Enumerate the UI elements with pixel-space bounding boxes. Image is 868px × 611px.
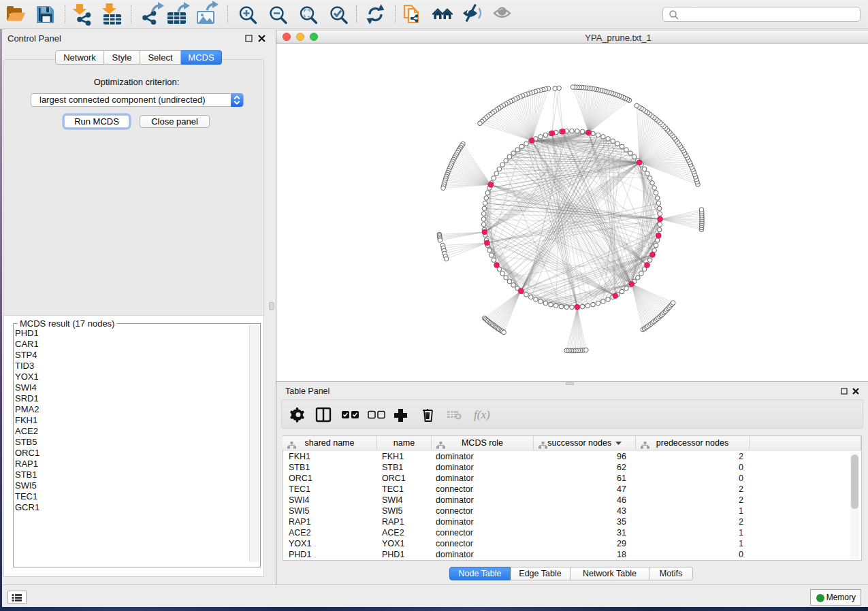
svg-text:f(x): f(x) (474, 408, 490, 421)
